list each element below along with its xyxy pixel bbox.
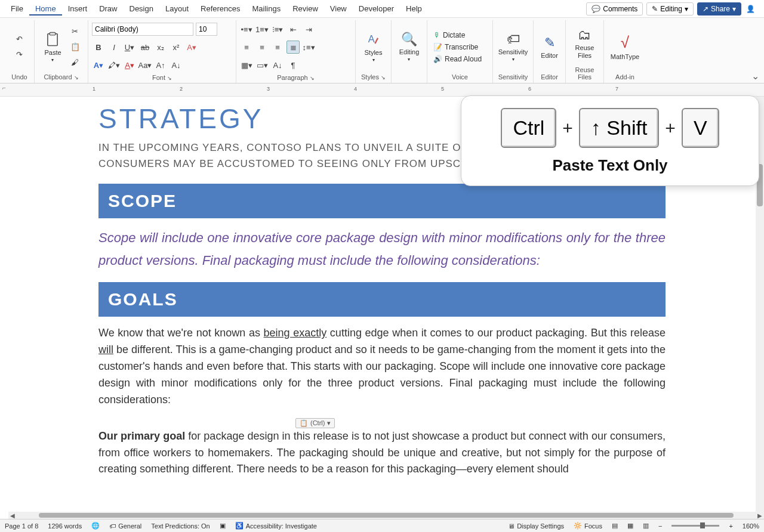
- shortcut-tooltip: Ctrl + ↑ Shift + V Paste Text Only: [461, 95, 759, 186]
- menu-help[interactable]: Help: [400, 2, 428, 16]
- menu-mailings[interactable]: Mailings: [247, 2, 287, 16]
- undo-button[interactable]: ↶: [13, 33, 26, 46]
- heading-goals: GOALS: [98, 282, 666, 317]
- cut-button[interactable]: ✂: [69, 25, 82, 38]
- comments-button[interactable]: 💬Comments: [586, 2, 643, 16]
- key-v: V: [682, 108, 719, 148]
- highlight-button[interactable]: 🖍▾: [107, 58, 121, 72]
- menu-layout[interactable]: Layout: [159, 2, 195, 16]
- speaker-icon: 🔊: [433, 55, 442, 63]
- increase-indent-button[interactable]: ⇥: [302, 23, 315, 36]
- font-size-select[interactable]: [196, 23, 217, 36]
- menu-design[interactable]: Design: [124, 2, 159, 16]
- sensitivity-button[interactable]: 🏷 Sensitivity▾: [495, 29, 532, 64]
- redo-button[interactable]: ↷: [13, 48, 26, 61]
- change-case-button[interactable]: Aa▾: [138, 58, 152, 72]
- subscript-button[interactable]: x₂: [154, 41, 167, 54]
- collapse-ribbon-button[interactable]: ⌄: [751, 70, 759, 82]
- sort-button[interactable]: A↓: [271, 58, 284, 72]
- strikethrough-button[interactable]: ab: [138, 41, 152, 54]
- zoom-in-button[interactable]: +: [729, 522, 732, 530]
- zoom-thumb[interactable]: [700, 522, 705, 528]
- ruler-tick: 3: [267, 86, 270, 92]
- align-left-button[interactable]: ≡: [240, 41, 253, 54]
- hscroll-right-arrow[interactable]: ▶: [756, 512, 764, 519]
- shading-button[interactable]: ▦▾: [240, 58, 253, 72]
- font-fill-button[interactable]: A▾: [123, 58, 136, 72]
- menu-insert[interactable]: Insert: [62, 2, 94, 16]
- zoom-out-button[interactable]: −: [658, 522, 662, 530]
- numbering-button[interactable]: 1≡▾: [255, 23, 269, 36]
- chevron-down-icon: ▾: [51, 57, 54, 63]
- menu-file[interactable]: File: [5, 2, 29, 16]
- menu-view[interactable]: View: [324, 2, 353, 16]
- account-button[interactable]: 👤: [745, 4, 759, 14]
- share-icon: ↗: [703, 5, 708, 13]
- show-marks-button[interactable]: ¶: [286, 58, 300, 72]
- ruler[interactable]: ⌐ 1234567: [0, 83, 764, 97]
- view-read-button[interactable]: ▤: [612, 522, 618, 530]
- display-settings-button[interactable]: 🖥Display Settings: [508, 522, 564, 530]
- hscroll-left-arrow[interactable]: ◀: [8, 512, 17, 519]
- dictate-button[interactable]: 🎙Dictate: [431, 30, 489, 41]
- paste-button[interactable]: Paste▾: [41, 29, 64, 65]
- align-center-button[interactable]: ≡: [255, 41, 269, 54]
- mathtype-button[interactable]: √ MathType: [607, 31, 643, 63]
- status-macros[interactable]: ▣: [220, 522, 226, 530]
- styles-button[interactable]: A Styles▾: [361, 29, 386, 65]
- borders-button[interactable]: ▭▾: [255, 58, 269, 72]
- clipboard-small-icon: 📋: [300, 419, 308, 427]
- svg-text:A: A: [368, 33, 374, 44]
- read-aloud-button[interactable]: 🔊Read Aloud: [431, 54, 489, 64]
- status-page[interactable]: Page 1 of 8: [5, 522, 38, 530]
- status-predictions[interactable]: Text Predictions: On: [151, 522, 210, 530]
- underline-button[interactable]: U▾: [123, 41, 136, 54]
- view-web-button[interactable]: ▥: [643, 522, 649, 530]
- font-name-select[interactable]: [92, 23, 193, 36]
- editing-button[interactable]: ✎Editing▾: [646, 2, 694, 16]
- multilevel-button[interactable]: ⁝≡▾: [271, 23, 284, 36]
- goals-paragraph-1: We know that we're not known as being ex…: [98, 325, 666, 408]
- status-general[interactable]: 🏷General: [109, 522, 141, 530]
- grow-font-button[interactable]: A↑: [154, 58, 167, 72]
- align-right-button[interactable]: ≡: [271, 41, 284, 54]
- focus-button[interactable]: 🔆Focus: [574, 522, 602, 530]
- bold-button[interactable]: B: [92, 41, 105, 54]
- editing-button[interactable]: 🔍 Editing▾: [396, 29, 423, 64]
- transcribe-button[interactable]: 📝Transcribe: [431, 42, 489, 52]
- menu-home[interactable]: Home: [29, 2, 62, 16]
- menu-references[interactable]: References: [195, 2, 246, 16]
- zoom-slider[interactable]: [671, 525, 719, 527]
- chevron-down-icon: ▾: [732, 5, 736, 13]
- superscript-button[interactable]: x²: [170, 41, 183, 54]
- paste-options-tag[interactable]: 📋(Ctrl)▾: [295, 418, 335, 428]
- status-language[interactable]: 🌐: [91, 522, 100, 530]
- menu-draw[interactable]: Draw: [93, 2, 123, 16]
- horizontal-scrollbar[interactable]: [17, 512, 756, 519]
- format-painter-button[interactable]: 🖌: [69, 56, 82, 69]
- menu-developer[interactable]: Developer: [353, 2, 400, 16]
- view-print-button[interactable]: ▦: [627, 522, 633, 530]
- font-color-button[interactable]: A▾: [92, 58, 105, 72]
- text-effects-button[interactable]: A▾: [185, 41, 198, 54]
- ruler-tick: 4: [354, 86, 357, 92]
- status-accessibility[interactable]: ♿Accessibility: Investigate: [235, 522, 317, 530]
- reuse-files-button[interactable]: 🗂 Reuse Files: [572, 25, 598, 61]
- bullets-button[interactable]: •≡▾: [240, 23, 253, 36]
- voice-group-label: Voice: [431, 72, 489, 82]
- menu-review[interactable]: Review: [286, 2, 324, 16]
- horizontal-scroll-thumb[interactable]: [39, 513, 734, 518]
- italic-button[interactable]: I: [107, 41, 121, 54]
- line-spacing-button[interactable]: ↕≡▾: [302, 41, 315, 54]
- justify-button[interactable]: ≣: [286, 41, 300, 54]
- share-button[interactable]: ↗Share▾: [697, 2, 741, 16]
- editor-button[interactable]: ✎ Editor: [537, 33, 562, 61]
- person-icon: 👤: [746, 5, 755, 13]
- status-words[interactable]: 1296 words: [48, 522, 82, 530]
- zoom-level[interactable]: 160%: [743, 522, 759, 530]
- copy-button[interactable]: 📋: [69, 41, 82, 54]
- scope-paragraph: Scope will include one innovative core p…: [98, 227, 666, 271]
- decrease-indent-button[interactable]: ⇤: [286, 23, 300, 36]
- shrink-font-button[interactable]: A↓: [170, 58, 183, 72]
- ruler-left: ⌐: [2, 85, 6, 91]
